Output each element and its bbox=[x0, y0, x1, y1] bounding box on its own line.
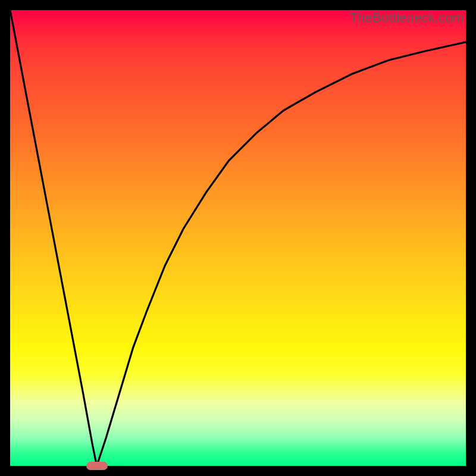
chart-frame: TheBottleneck.com bbox=[0, 0, 476, 476]
curve-right-branch bbox=[97, 42, 466, 466]
plot-area: TheBottleneck.com bbox=[10, 10, 466, 466]
chart-curves bbox=[10, 10, 466, 466]
optimum-marker bbox=[86, 462, 108, 470]
curve-left-branch bbox=[10, 10, 97, 466]
